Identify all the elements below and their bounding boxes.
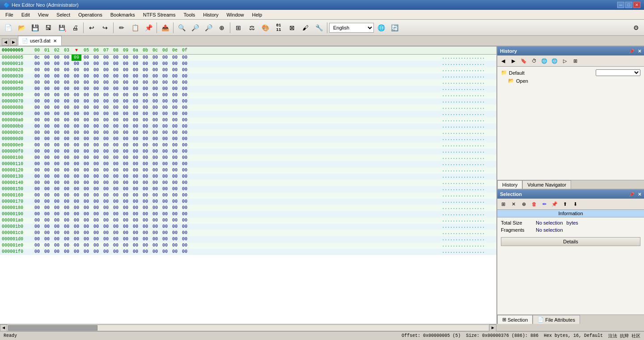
byte-5-15[interactable]: 00 [180,86,190,92]
byte-27-1[interactable]: 00 [42,224,52,230]
row-bytes-17[interactable]: 00000000000000000000000000000000 [32,161,438,167]
byte-26-5[interactable]: 00 [81,217,91,224]
byte-28-5[interactable]: 00 [81,230,91,236]
byte-4-11[interactable]: 00 [140,80,150,86]
byte-1-11[interactable]: 00 [140,61,150,67]
byte-21-5[interactable]: 00 [81,186,91,192]
byte-23-1[interactable]: 00 [42,199,52,205]
byte-22-8[interactable]: 00 [111,192,121,199]
byte-26-8[interactable]: 00 [111,217,121,224]
byte-6-11[interactable]: 00 [140,92,150,98]
byte-11-6[interactable]: 00 [91,123,101,130]
byte-3-15[interactable]: 00 [180,73,190,80]
selection-close-button[interactable]: ✕ [638,192,641,197]
byte-27-7[interactable]: 00 [101,224,111,230]
byte-21-9[interactable]: 00 [121,186,131,192]
byte-24-7[interactable]: 00 [101,205,111,211]
byte-15-4[interactable]: 00 [72,149,81,155]
tab-close-button[interactable]: ✕ [52,38,58,43]
byte-22-13[interactable]: 00 [160,192,170,199]
byte-13-13[interactable]: 00 [160,136,170,142]
selection-pin-button[interactable]: 📌 [629,192,634,197]
byte-7-12[interactable]: 00 [150,98,160,105]
byte-18-15[interactable]: 00 [180,167,190,174]
byte-22-6[interactable]: 00 [91,192,101,199]
byte-6-3[interactable]: 00 [62,92,72,98]
byte-4-8[interactable]: 00 [111,80,121,86]
byte-21-0[interactable]: 00 [32,186,42,192]
byte-3-11[interactable]: 00 [140,73,150,80]
byte-25-5[interactable]: 00 [81,211,91,217]
byte-0-2[interactable]: 00 [52,55,62,61]
byte-15-2[interactable]: 00 [52,149,62,155]
byte-21-10[interactable]: 00 [131,186,140,192]
hex-content[interactable]: 000000050c000000090000000000000000000000… [0,55,496,324]
byte-13-3[interactable]: 00 [62,136,72,142]
byte-19-12[interactable]: 00 [150,174,160,180]
byte-3-6[interactable]: 00 [91,73,101,80]
byte-11-1[interactable]: 00 [42,123,52,130]
byte-30-7[interactable]: 00 [101,242,111,249]
byte-21-7[interactable]: 00 [101,186,111,192]
byte-21-15[interactable]: 00 [180,186,190,192]
tb-findprev-button[interactable]: 🔎 [189,21,201,34]
byte-1-3[interactable]: 00 [62,61,72,67]
byte-18-1[interactable]: 00 [42,167,52,174]
byte-5-0[interactable]: 00 [32,86,42,92]
hist-tb-8[interactable]: ⊞ [570,56,580,65]
byte-13-4[interactable]: 00 [72,136,81,142]
byte-20-13[interactable]: 00 [160,180,170,186]
byte-0-4[interactable]: 09 [72,55,81,61]
tb-copy-button[interactable]: 📋 [129,21,141,34]
byte-16-13[interactable]: 00 [160,155,170,161]
byte-5-5[interactable]: 00 [81,86,91,92]
byte-1-2[interactable]: 00 [52,61,62,67]
byte-17-13[interactable]: 00 [160,161,170,167]
byte-14-14[interactable]: 00 [170,142,180,149]
byte-28-1[interactable]: 00 [42,230,52,236]
byte-4-9[interactable]: 00 [121,80,131,86]
byte-0-3[interactable]: 00 [62,55,72,61]
byte-26-11[interactable]: 00 [140,217,150,224]
byte-7-2[interactable]: 00 [52,98,62,105]
byte-14-11[interactable]: 00 [140,142,150,149]
tb-open-button[interactable]: 📂 [15,21,28,34]
byte-12-1[interactable]: 00 [42,130,52,136]
byte-21-1[interactable]: 00 [42,186,52,192]
byte-20-4[interactable]: 00 [72,180,81,186]
byte-10-13[interactable]: 00 [160,117,170,123]
byte-3-9[interactable]: 00 [121,73,131,80]
byte-17-3[interactable]: 00 [62,161,72,167]
byte-21-3[interactable]: 00 [62,186,72,192]
byte-16-3[interactable]: 00 [62,155,72,161]
byte-25-6[interactable]: 00 [91,211,101,217]
byte-3-8[interactable]: 00 [111,73,121,80]
byte-8-7[interactable]: 00 [101,105,111,111]
byte-9-2[interactable]: 00 [52,111,62,117]
byte-14-13[interactable]: 00 [160,142,170,149]
byte-20-9[interactable]: 00 [121,180,131,186]
row-bytes-15[interactable]: 00000000000000000000000000000000 [32,149,438,155]
byte-12-13[interactable]: 00 [160,130,170,136]
byte-17-0[interactable]: 00 [32,161,42,167]
hex-row-25[interactable]: 0000019000000000000000000000000000000000… [0,211,496,217]
hex-row-2[interactable]: 0000002000000000000000000000000000000000… [0,67,496,73]
menu-view[interactable]: View [34,11,52,18]
byte-28-15[interactable]: 00 [180,230,190,236]
h-scroll-right[interactable]: ▶ [489,324,496,332]
h-scroll-left[interactable]: ◀ [0,324,7,332]
byte-5-14[interactable]: 00 [170,86,180,92]
byte-11-10[interactable]: 00 [131,123,140,130]
byte-29-14[interactable]: 00 [170,236,180,242]
byte-11-5[interactable]: 00 [81,123,91,130]
byte-3-5[interactable]: 00 [81,73,91,80]
byte-9-9[interactable]: 00 [121,111,131,117]
byte-13-5[interactable]: 00 [81,136,91,142]
hex-row-16[interactable]: 0000010000000000000000000000000000000000… [0,155,496,161]
byte-22-9[interactable]: 00 [121,192,131,199]
hist-tb-6[interactable]: 🌐 [550,56,559,65]
byte-19-11[interactable]: 00 [140,174,150,180]
byte-16-4[interactable]: 00 [72,155,81,161]
byte-26-2[interactable]: 00 [52,217,62,224]
byte-22-11[interactable]: 00 [140,192,150,199]
